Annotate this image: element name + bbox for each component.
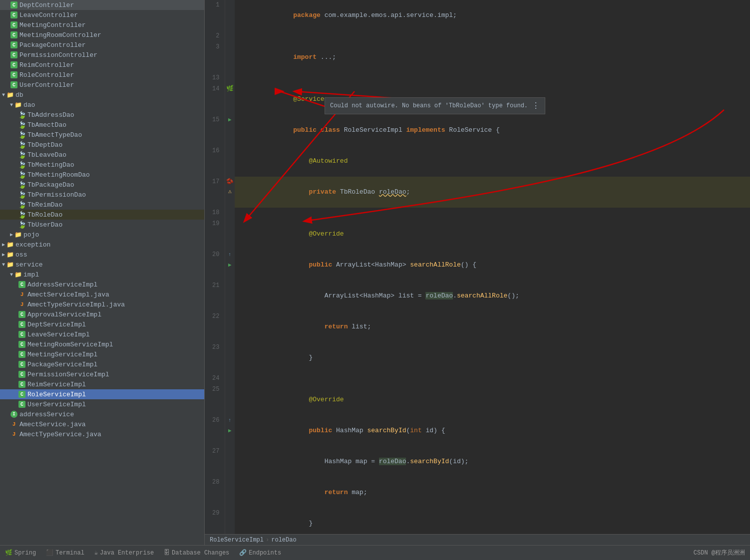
sidebar-item-tbmeetingdao[interactable]: 🍃 TbMeetingDao bbox=[0, 160, 204, 170]
endpoints-icon: 🔗 bbox=[239, 549, 247, 557]
override-icon: ↑ bbox=[228, 418, 231, 423]
sidebar-item-tbreimdao[interactable]: 🍃 TbReimDao bbox=[0, 200, 204, 210]
sidebar-item-tbamectdao[interactable]: 🍃 TbAmectDao bbox=[0, 120, 204, 130]
dao-icon: 🍃 bbox=[18, 111, 26, 119]
code-line-23: 23 } bbox=[205, 342, 750, 373]
sidebar-item-meetingcontroller[interactable]: C MeetingController bbox=[0, 20, 204, 30]
line-code[interactable]: package com.example.emos.api.service.imp… bbox=[235, 0, 750, 31]
breadcrumb-item-2[interactable]: roleDao bbox=[271, 537, 296, 544]
folder-icon: 📁 bbox=[6, 261, 14, 269]
endpoints-tab[interactable]: 🔗 Endpoints bbox=[239, 549, 281, 557]
i-icon: I bbox=[10, 410, 18, 418]
c-icon: C bbox=[18, 310, 26, 318]
terminal-tab[interactable]: ⬛ Terminal bbox=[46, 549, 84, 557]
dao-icon: 🍃 bbox=[18, 191, 26, 199]
c-icon: C bbox=[10, 11, 18, 19]
sidebar[interactable]: C DeptController C LeaveController C Mee… bbox=[0, 0, 205, 545]
dao-icon: 🍃 bbox=[18, 141, 26, 149]
sidebar-item-tbleavedao[interactable]: 🍃 TbLeaveDao bbox=[0, 150, 204, 160]
run-gutter: ▶ bbox=[225, 115, 235, 146]
sidebar-item-reimcontroller[interactable]: C ReimController bbox=[0, 60, 204, 70]
c-icon: C bbox=[18, 320, 26, 328]
sidebar-item-tbmeetingroomdao[interactable]: 🍃 TbMeetingRoomDao bbox=[0, 170, 204, 180]
sidebar-item-service[interactable]: ▼ 📁 service bbox=[0, 260, 204, 270]
c-icon: C bbox=[10, 61, 18, 69]
java-icon: J bbox=[10, 430, 18, 438]
dao-icon: 🍃 bbox=[18, 161, 26, 169]
sidebar-item-tbpermissiondao[interactable]: 🍃 TbPermissionDao bbox=[0, 190, 204, 200]
sidebar-item-amecttypeserviceimpl[interactable]: J AmectTypeServiceImpl.java bbox=[0, 299, 204, 309]
sidebar-item-db[interactable]: ▼ 📁 db bbox=[0, 90, 204, 100]
c-icon: C bbox=[10, 81, 18, 89]
sidebar-item-amectservice[interactable]: J AmectService.java bbox=[0, 419, 204, 429]
c-icon: C bbox=[10, 71, 18, 79]
c-icon: C bbox=[10, 1, 18, 9]
sidebar-item-deptcontroller[interactable]: C DeptController bbox=[0, 0, 204, 10]
sidebar-item-approvalserviceimpl[interactable]: C ApprovalServiceImpl bbox=[0, 309, 204, 319]
sidebar-item-tbroledao[interactable]: 🍃 TbRoleDao bbox=[0, 210, 204, 220]
run-icon[interactable]: ▶ bbox=[228, 117, 232, 123]
sidebar-item-oss[interactable]: ▶ 📁 oss bbox=[0, 250, 204, 260]
folder-icon: 📁 bbox=[14, 101, 22, 109]
collapse-arrow-icon: ▶ bbox=[10, 232, 13, 238]
code-line-22: 22 return list; bbox=[205, 311, 750, 342]
tooltip-popup[interactable]: Could not autowire. No beans of 'TbRoleD… bbox=[325, 97, 545, 114]
code-line-29: 29 } bbox=[205, 508, 750, 534]
sidebar-item-packagecontroller[interactable]: C PackageController bbox=[0, 40, 204, 50]
code-table: 1 package com.example.emos.api.service.i… bbox=[205, 0, 750, 534]
run-icon[interactable]: ▶ bbox=[228, 428, 232, 434]
sidebar-item-amectserviceimpl[interactable]: J AmectServiceImpl.java bbox=[0, 289, 204, 299]
sidebar-item-tbamecttypedao[interactable]: 🍃 TbAmectTypeDao bbox=[0, 130, 204, 140]
sidebar-item-leavecontroller[interactable]: C LeaveController bbox=[0, 10, 204, 20]
sidebar-item-amecttypeservice[interactable]: J AmectTypeService.java bbox=[0, 429, 204, 439]
c-icon: C bbox=[10, 41, 18, 49]
bottom-bar: 🌿 Spring ⬛ Terminal ☕ Java Enterprise 🗄 … bbox=[0, 545, 750, 560]
collapse-arrow-icon: ▶ bbox=[2, 242, 5, 248]
sidebar-item-pojo[interactable]: ▶ 📁 pojo bbox=[0, 230, 204, 240]
code-line-15: 15 ▶ public class RoleServiceImpl implem… bbox=[205, 115, 750, 146]
code-line-19: 19 @Override bbox=[205, 219, 750, 250]
sidebar-item-reimserviceimpl[interactable]: C ReimServiceImpl bbox=[0, 379, 204, 389]
sidebar-item-userserviceimpl[interactable]: C UserServiceImpl bbox=[0, 399, 204, 409]
java-icon: J bbox=[18, 290, 26, 298]
dao-icon: 🍃 bbox=[18, 151, 26, 159]
run-icon[interactable]: ▶ bbox=[228, 262, 232, 268]
sidebar-item-dao[interactable]: ▼ 📁 dao bbox=[0, 100, 204, 110]
sidebar-item-permissioncontroller[interactable]: C PermissionController bbox=[0, 50, 204, 60]
sidebar-item-addressserviceimpl[interactable]: C AddressServiceImpl bbox=[0, 280, 204, 289]
warning-icon: 🫘 bbox=[226, 178, 234, 185]
sidebar-item-packageserviceimpl[interactable]: C PackageServiceImpl bbox=[0, 359, 204, 369]
tooltip-more-button[interactable]: ⋮ bbox=[532, 101, 540, 111]
sidebar-item-tbuserdao[interactable]: 🍃 TbUserDao bbox=[0, 220, 204, 230]
sidebar-item-rolecontroller[interactable]: C RoleController bbox=[0, 70, 204, 80]
sidebar-item-tbdeptdao[interactable]: 🍃 TbDeptDao bbox=[0, 140, 204, 150]
expand-arrow-icon: ▼ bbox=[2, 92, 5, 98]
sidebar-item-addressservice[interactable]: I addressService bbox=[0, 409, 204, 419]
bean-gutter: 🌿 bbox=[225, 84, 235, 115]
sidebar-item-tbpackagedao[interactable]: 🍃 TbPackageDao bbox=[0, 180, 204, 190]
code-line-1: 1 package com.example.emos.api.service.i… bbox=[205, 0, 750, 31]
sidebar-item-deptserviceimpl[interactable]: C DeptServiceImpl bbox=[0, 319, 204, 329]
breadcrumb-item-1[interactable]: RoleServiceImpl bbox=[210, 537, 264, 544]
sidebar-item-meetingserviceimpl[interactable]: C MeetingServiceImpl bbox=[0, 349, 204, 359]
sidebar-item-usercontroller[interactable]: C UserController bbox=[0, 80, 204, 90]
sidebar-item-exception[interactable]: ▶ 📁 exception bbox=[0, 240, 204, 250]
sidebar-item-meetingroomcontroller[interactable]: C MeetingRoomController bbox=[0, 30, 204, 40]
java-enterprise-tab[interactable]: ☕ Java Enterprise bbox=[94, 549, 154, 557]
sidebar-item-roleserviceimpl[interactable]: C RoleServiceImpl bbox=[0, 389, 204, 399]
java-icon: J bbox=[10, 420, 18, 428]
sidebar-item-impl[interactable]: ▼ 📁 impl bbox=[0, 270, 204, 280]
dao-icon: 🍃 bbox=[18, 171, 26, 179]
sidebar-item-leaveserviceimpl[interactable]: C LeaveServiceImpl bbox=[0, 329, 204, 339]
spring-tab[interactable]: 🌿 Spring bbox=[5, 549, 36, 557]
c-icon: C bbox=[18, 280, 26, 288]
expand-arrow-icon: ▼ bbox=[2, 262, 5, 268]
folder-icon: 📁 bbox=[14, 271, 22, 279]
sidebar-item-tbaddressdao[interactable]: 🍃 TbAddressDao bbox=[0, 110, 204, 120]
code-content[interactable]: Could not autowire. No beans of 'TbRoleD… bbox=[205, 0, 750, 534]
spring-bean-icon: 🌿 bbox=[226, 85, 234, 92]
sidebar-item-permissionserviceimpl[interactable]: C PermissionServiceImpl bbox=[0, 369, 204, 379]
database-changes-tab[interactable]: 🗄 Database Changes bbox=[164, 549, 229, 557]
dao-icon: 🍃 bbox=[18, 181, 26, 189]
sidebar-item-meetingroomserviceimpl[interactable]: C MeetingRoomServiceImpl bbox=[0, 339, 204, 349]
